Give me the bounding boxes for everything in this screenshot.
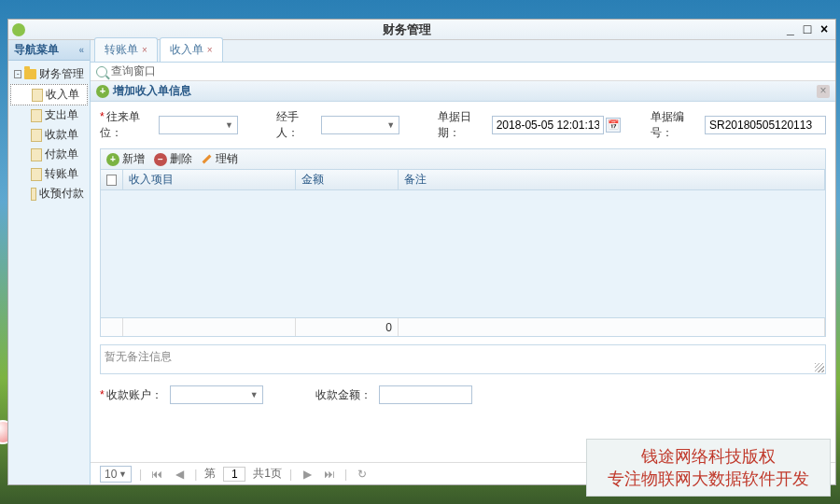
grid-body [101,190,825,317]
panel-header: + 增加收入单信息 × [91,81,835,102]
tab-close-icon[interactable]: × [142,45,147,55]
search-icon [96,66,107,77]
panel-close-icon[interactable]: × [817,85,830,98]
col-remark[interactable]: 备注 [399,170,825,189]
panel-title: 增加收入单信息 [113,83,191,99]
grid-footer: 0 [101,317,825,336]
dropdown-handler[interactable]: ▼ [321,116,400,134]
form-row-1: 往来单位： ▼ 经手人： ▼ 单据日期： 📅 单据编号： [91,102,835,148]
tree-item-income[interactable]: 收入单 [10,84,88,105]
tree-item-receipt[interactable]: 收款单 [10,125,88,145]
app-icon [12,23,25,36]
tabbar: 转账单× 收入单× [91,40,835,63]
total-amount: 0 [296,318,399,336]
label-docno: 单据编号： [651,109,697,141]
dropdown-account[interactable]: ▼ [170,385,263,404]
pager-first[interactable]: ⏮ [149,468,164,481]
col-item[interactable]: 收入项目 [123,170,296,189]
doc-icon [31,148,42,161]
pager-page-label: 第 [204,466,216,482]
delete-button[interactable]: −删除 [154,151,192,167]
remark-textarea[interactable]: 暂无备注信息 [100,344,826,374]
checkbox-all[interactable] [106,175,117,186]
tree-item-payment[interactable]: 付款单 [10,145,88,164]
label-amount: 收款金额： [315,387,371,403]
main-window: 财务管理 _ □ × 导航菜单 « - 财务管理 收入单 支出单 收款单 付款单 [7,19,836,485]
doc-icon [31,168,42,181]
calendar-icon[interactable]: 📅 [606,118,621,133]
input-docno[interactable] [705,116,826,134]
label-handler: 经手人： [276,109,314,141]
nav-tree: - 财务管理 收入单 支出单 收款单 付款单 转账单 收预付款 [8,61,90,207]
tree-item-expense[interactable]: 支出单 [10,105,88,125]
pager-total: 共1页 [253,466,282,482]
main-content: 转账单× 收入单× 查询窗口 + 增加收入单信息 × 往来单位： ▼ 经手人： … [91,40,835,484]
tree-root-label: 财务管理 [39,66,84,82]
input-date[interactable] [492,116,604,134]
minimize-button[interactable]: _ [783,23,798,36]
tab-transfer[interactable]: 转账单× [94,37,158,62]
chevron-down-icon: ▼ [386,120,395,130]
collapse-icon[interactable]: « [78,45,84,55]
input-amount[interactable] [379,385,472,404]
doc-icon [31,129,42,142]
sidebar-header: 导航菜单 « [8,40,90,61]
tree-toggle-icon[interactable]: - [14,70,21,78]
sidebar-title: 导航菜单 [14,42,59,58]
doc-icon [31,109,42,122]
doc-icon [32,89,43,102]
search-placeholder: 查询窗口 [111,63,156,79]
pencil-icon [202,154,213,165]
add-icon: + [106,153,119,166]
grid-header: 收入项目 金额 备注 [101,170,825,190]
pager-refresh[interactable]: ↻ [355,468,370,481]
chevron-down-icon: ▼ [225,120,233,130]
pager-last[interactable]: ⏭ [322,468,337,481]
folder-icon [24,69,36,79]
dropdown-unit[interactable]: ▼ [159,116,238,134]
tree-item-transfer[interactable]: 转账单 [10,164,88,184]
banner-line2: 专注物联网大数据软件开发 [608,468,809,490]
label-unit: 往来单位： [100,109,151,141]
tab-close-icon[interactable]: × [207,45,213,55]
pager-prev[interactable]: ◀ [172,468,187,481]
detail-grid: 收入项目 金额 备注 0 [100,169,826,337]
chevron-down-icon: ▼ [250,390,259,399]
window-title: 财务管理 [31,21,783,38]
plus-icon: + [96,85,109,98]
doc-icon [31,188,36,201]
pager-next[interactable]: ▶ [300,468,315,481]
page-size-dropdown[interactable]: 10▼ [100,466,132,483]
tree-root-finance[interactable]: - 财务管理 [10,64,88,84]
col-amount[interactable]: 金额 [296,170,399,189]
tree-item-prepay[interactable]: 收预付款 [10,184,88,203]
banner-line1: 钱途网络科技版权 [608,445,809,468]
close-button[interactable]: × [817,23,832,36]
maximize-button[interactable]: □ [800,23,815,36]
form-row-2: 收款账户： ▼ 收款金额： [91,378,835,412]
search-bar[interactable]: 查询窗口 [91,63,835,81]
add-button[interactable]: +新增 [106,151,145,167]
edit-button[interactable]: 理销 [202,151,238,167]
chevron-down-icon: ▼ [119,469,127,479]
tab-income[interactable]: 收入单× [160,37,223,62]
copyright-banner: 钱途网络科技版权 专注物联网大数据软件开发 [586,439,831,497]
pager-page-input[interactable] [223,467,245,482]
label-date: 单据日期： [438,109,484,141]
grid-toolbar: +新增 −删除 理销 [100,148,826,169]
sidebar: 导航菜单 « - 财务管理 收入单 支出单 收款单 付款单 转账单 收预付款 [8,40,91,484]
delete-icon: − [154,153,167,166]
label-account: 收款账户： [100,387,162,403]
